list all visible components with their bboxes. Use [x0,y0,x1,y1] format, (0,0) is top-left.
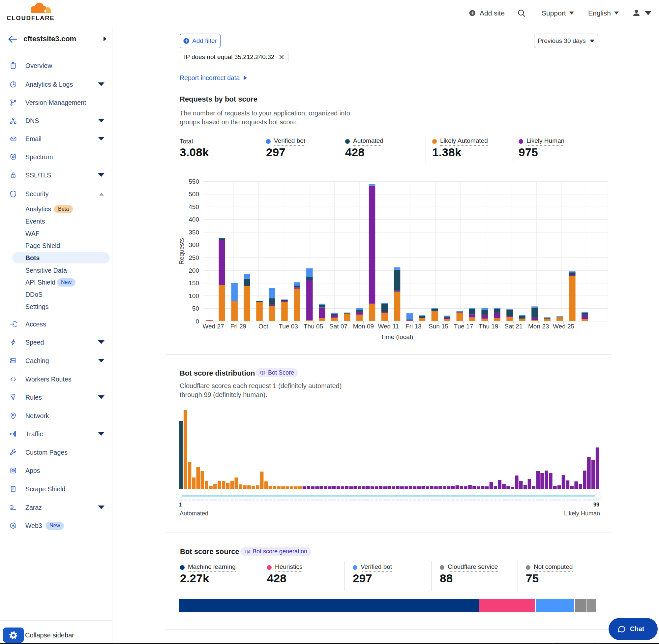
svg-text:Sat 07: Sat 07 [329,323,348,330]
svg-text:Mon 23: Mon 23 [528,323,549,330]
svg-text:400: 400 [189,216,199,223]
svg-text:150: 150 [189,280,199,286]
svg-text:Tue 03: Tue 03 [279,323,298,330]
svg-text:100: 100 [189,293,199,299]
svg-text:Time (local): Time (local) [381,334,414,340]
svg-text:Mon 09: Mon 09 [353,323,374,330]
svg-text:Sat 21: Sat 21 [504,323,522,330]
svg-text:250: 250 [189,254,199,261]
svg-text:0: 0 [195,318,199,325]
svg-text:Fri 13: Fri 13 [405,323,422,330]
svg-text:Thu 19: Thu 19 [479,323,498,330]
svg-text:Wed 25: Wed 25 [553,323,574,330]
svg-text:350: 350 [189,229,199,236]
svg-text:450: 450 [189,204,199,210]
svg-text:Requests: Requests [178,238,185,264]
svg-text:Tue 17: Tue 17 [454,323,473,330]
svg-text:50: 50 [192,305,199,312]
svg-text:200: 200 [189,267,199,274]
svg-text:Wed 11: Wed 11 [378,323,399,330]
svg-text:Oct: Oct [258,323,268,330]
svg-text:550: 550 [189,178,199,185]
svg-text:500: 500 [189,190,199,198]
svg-text:Wed 27: Wed 27 [203,323,224,330]
svg-text:Thu 05: Thu 05 [304,323,323,330]
svg-text:300: 300 [189,242,199,248]
svg-text:Sun 15: Sun 15 [428,323,448,330]
svg-text:Fri 29: Fri 29 [231,323,246,330]
